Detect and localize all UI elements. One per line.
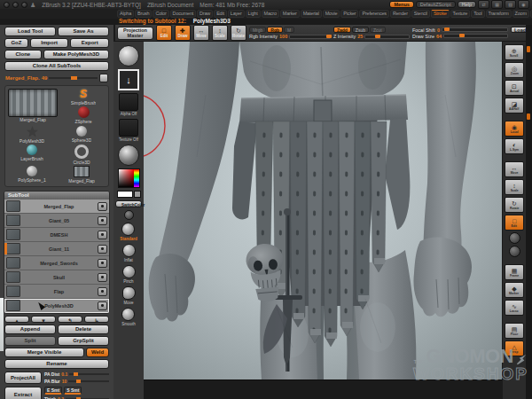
split-button[interactable]: Split [4, 336, 56, 346]
mrgb-toggle[interactable]: Mrgb [249, 27, 266, 33]
rotate-mode-button[interactable]: ↻ Rotate [231, 25, 246, 41]
zoom-button[interactable]: ◎Zoom [505, 62, 524, 78]
zadd-toggle[interactable]: Zadd [333, 27, 351, 33]
subtool-row[interactable]: DMESH [4, 228, 109, 242]
menu-item-render[interactable]: Render [390, 10, 411, 18]
scale-mode-button[interactable]: ↕ Scale [212, 25, 228, 41]
subtool-thumbnail[interactable] [6, 200, 20, 212]
menu-item-marker[interactable]: Marker [280, 10, 300, 18]
menu-item-picker[interactable]: Picker [340, 10, 358, 18]
menu-item-layer[interactable]: Layer [228, 10, 245, 18]
menu-item-draw[interactable]: Draw [197, 10, 213, 18]
document-canvas[interactable] [144, 42, 502, 380]
subtool-row[interactable]: PolyMesh3D [4, 299, 109, 313]
subtool-thumbnail[interactable] [6, 271, 20, 283]
inventory-item[interactable]: PolySphere_1 [8, 166, 56, 184]
tray-open-arrow-icon[interactable] [527, 46, 530, 52]
move-mode-button[interactable]: ↔ Move [193, 25, 209, 41]
zcut-toggle[interactable]: Zcut [370, 27, 386, 33]
menu-item-edit[interactable]: Edit [214, 10, 227, 18]
clone-all-subtools-button[interactable]: Clone All SubTools [4, 61, 109, 71]
menu-item-stencil[interactable]: Stencil [411, 10, 430, 18]
main-color-swatch[interactable] [117, 191, 133, 198]
pa-dist-slider[interactable]: PA Dist 0.1 [44, 372, 109, 377]
help-button[interactable]: Help [458, 1, 476, 8]
menu-item-macro[interactable]: Macro [262, 10, 279, 18]
lasso-button[interactable]: ∿Lasso [505, 300, 524, 316]
inventory-item[interactable]: LayerBrush [8, 145, 56, 165]
lsym-button[interactable]: ◐L.Sym [505, 138, 524, 154]
subtool-row[interactable]: Skull [4, 270, 109, 285]
window-close-button[interactable] [4, 2, 10, 8]
inventory-item[interactable]: Sphere3D [58, 126, 106, 144]
edit-button[interactable]: □Edit [505, 215, 524, 231]
account-icon[interactable]: ◉ [518, 0, 529, 9]
local-button[interactable]: ◉Local [505, 121, 524, 137]
menu-item-movie[interactable]: Movie [323, 10, 340, 18]
subtool-insert-button[interactable]: ↳ [84, 316, 109, 323]
default-zscript-button[interactable]: DefaultZScript [416, 1, 456, 8]
clone-button[interactable]: Clone [4, 50, 42, 59]
menu-item-alpha[interactable]: Alpha [117, 10, 134, 18]
window-minimize-button[interactable] [12, 2, 19, 8]
layout-grid-icon[interactable]: ▦ [491, 0, 503, 9]
menu-item-material[interactable]: Material [301, 10, 322, 18]
e-smt-toggle[interactable]: E Smt [44, 387, 62, 395]
floor-button[interactable]: ▤Floor [505, 323, 524, 339]
simplebrush-icon[interactable]: S [80, 89, 87, 99]
s-smt-toggle[interactable]: S Smt [64, 387, 82, 395]
window-zoom-button[interactable] [21, 2, 27, 8]
merge-visible-button[interactable]: Merge Visible [4, 348, 84, 357]
subtool-visibility-eye[interactable] [98, 216, 107, 225]
subtool-visibility-eye[interactable] [98, 202, 107, 211]
menu-item-color[interactable]: Color [153, 10, 168, 18]
subtool-header[interactable]: SubTool [4, 192, 109, 200]
subtool-thumbnail[interactable] [6, 229, 20, 240]
delete-button[interactable]: Delete [58, 325, 109, 334]
tray-open-arrow-icon[interactable] [527, 113, 530, 120]
quick-brush-smooth[interactable]: Smooth [121, 308, 136, 326]
projectall-button[interactable]: ProjectAll [4, 372, 42, 384]
material-selector[interactable] [118, 145, 139, 166]
subtool-thumbnail[interactable] [6, 300, 20, 311]
actual-size-button[interactable]: ⊡Actual [505, 80, 524, 96]
menu-item-stroke[interactable]: Stroke [431, 10, 450, 18]
goz-button[interactable]: GoZ [4, 38, 28, 48]
move-button[interactable]: ↔Move [505, 161, 524, 177]
subtool-scroll-indicator[interactable] [4, 243, 7, 254]
subtool-visibility-eye[interactable] [98, 287, 107, 296]
scroll-button[interactable]: ⊕Scroll [505, 44, 524, 60]
stroke-selector[interactable]: ↓ [118, 69, 139, 90]
subtool-visibility-eye[interactable] [98, 245, 107, 254]
menu-item-texture[interactable]: Texture [450, 10, 471, 18]
draw-size-slider[interactable]: Draw Size 64 [412, 34, 508, 39]
export-button[interactable]: Export [70, 38, 109, 48]
texture-selector[interactable]: Texture Off [119, 119, 138, 142]
current-brush-selector[interactable] [118, 45, 139, 66]
menu-item-light[interactable]: Light [246, 10, 261, 18]
quick-brush-inflat[interactable]: Inflat [122, 244, 136, 262]
palette-config-icon[interactable]: ▧ [505, 0, 516, 9]
current-tool-item[interactable]: Merged_Flap [8, 89, 58, 124]
switch-color-button[interactable]: SwitchColor [115, 200, 142, 207]
marker-button[interactable]: ◆Marker [505, 282, 524, 298]
subtool-move-down-button[interactable]: ▼ [31, 316, 56, 323]
extract-button[interactable]: Extract [4, 387, 42, 399]
active-tool-slider[interactable]: Merged_Flap. 49 [5, 74, 108, 82]
subtool-row[interactable]: Giant_05 [4, 214, 109, 228]
menu-item-tool[interactable]: Tool [471, 10, 484, 18]
import-button[interactable]: Import [30, 38, 69, 48]
make-polymesh3d-button[interactable]: Make PolyMesh3D [43, 50, 109, 59]
swap-arrows-icon[interactable]: ⇄ [478, 0, 489, 9]
zsphere-icon[interactable] [78, 106, 90, 118]
quick-brush-move[interactable]: Move [122, 286, 136, 305]
projection-master-button[interactable]: Projection Master [117, 27, 153, 40]
subtool-thumbnail[interactable] [6, 243, 20, 254]
subtool-thumbnail[interactable] [6, 215, 20, 226]
scroll-knob-icon[interactable] [509, 232, 520, 244]
subtool-visibility-eye[interactable] [98, 273, 107, 282]
menu-item-zoom[interactable]: Zoom [512, 10, 529, 18]
secondary-color-swatch[interactable] [134, 191, 141, 198]
subtool-visibility-eye[interactable] [98, 259, 107, 268]
rotate-button[interactable]: ↻Rotate [505, 197, 524, 213]
